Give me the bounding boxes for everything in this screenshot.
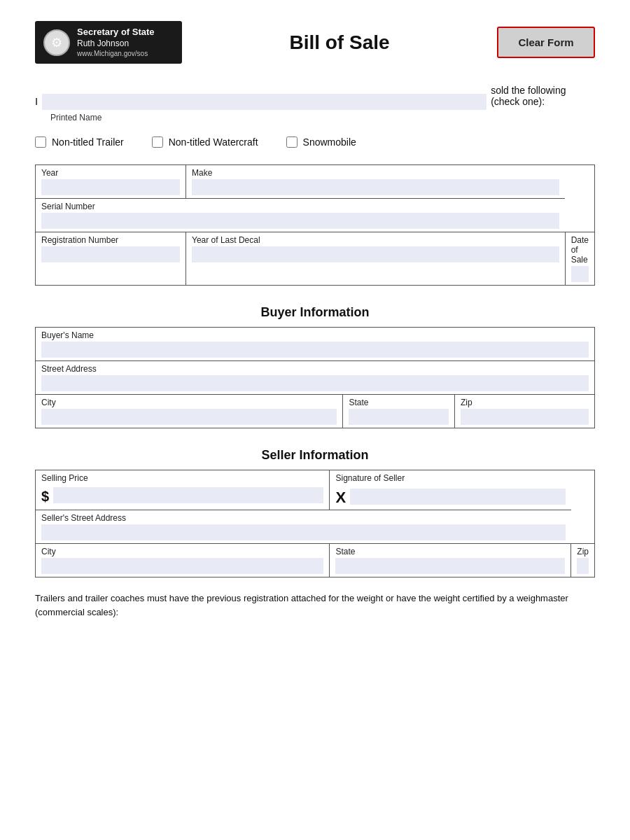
selling-price-cell: Selling Price $: [36, 470, 330, 510]
table-row: City State Zip: [36, 544, 594, 578]
table-row: Buyer's Name: [36, 328, 594, 361]
seller-table-wrapper: Selling Price $ Signature of Seller X Se…: [35, 470, 595, 578]
i-label: I: [35, 95, 38, 110]
logo-box: ⚙ Secretary of State Ruth Johnson www.Mi…: [35, 21, 182, 64]
checkbox-snowmobile-input[interactable]: [286, 136, 298, 148]
serial-number-cell: Serial Number: [36, 199, 565, 232]
seller-state-cell: State: [330, 544, 571, 578]
buyer-city-label: City: [41, 398, 337, 407]
seller-street-address-cell: Seller's Street Address: [36, 510, 571, 544]
website: www.Michigan.gov/sos: [77, 49, 155, 58]
selling-price-label: Selling Price: [41, 473, 323, 483]
table-row: Seller's Street Address: [36, 510, 594, 544]
checkbox-non-titled-watercraft-label: Non-titled Watercraft: [169, 136, 258, 148]
signature-of-seller-cell: Signature of Seller X: [330, 470, 571, 510]
buyer-state-cell: State: [343, 395, 455, 428]
year-label: Year: [41, 168, 180, 178]
table-row: Year Make: [36, 165, 594, 199]
buyer-state-input[interactable]: [349, 409, 449, 425]
seller-street-address-label: Seller's Street Address: [41, 513, 566, 523]
printed-name-label: Printed Name: [50, 113, 595, 122]
buyer-table-wrapper: Buyer's Name Street Address City State Z…: [35, 327, 595, 428]
logo-text: Secretary of State Ruth Johnson www.Mich…: [77, 27, 155, 58]
seller-zip-cell: Zip: [571, 544, 594, 578]
buyer-zip-label: Zip: [461, 398, 589, 407]
buyer-city-cell: City: [36, 395, 343, 428]
make-cell: Make: [186, 165, 566, 199]
year-last-decal-label: Year of Last Decal: [192, 235, 559, 245]
seller-table: Selling Price $ Signature of Seller X Se…: [36, 470, 594, 577]
checkbox-non-titled-trailer-input[interactable]: [35, 136, 46, 148]
buyer-table: Buyer's Name Street Address City State Z…: [36, 328, 594, 428]
buyer-name-cell: Buyer's Name: [36, 328, 594, 361]
signature-x-icon: X: [335, 486, 346, 507]
buyer-street-address-input[interactable]: [41, 375, 589, 391]
buyer-city-input[interactable]: [41, 409, 337, 425]
checkbox-non-titled-trailer[interactable]: Non-titled Trailer: [35, 136, 124, 148]
year-last-decal-input[interactable]: [192, 246, 559, 262]
seller-zip-input[interactable]: [577, 558, 589, 574]
checkbox-snowmobile[interactable]: Snowmobile: [286, 136, 356, 148]
table-row: Registration Number Year of Last Decal D…: [36, 232, 594, 286]
buyer-street-address-label: Street Address: [41, 364, 589, 374]
org-name: Secretary of State: [77, 27, 155, 38]
registration-number-label: Registration Number: [41, 235, 180, 245]
year-input[interactable]: [41, 179, 180, 195]
registration-number-input[interactable]: [41, 246, 180, 262]
page-title: Bill of Sale: [182, 31, 497, 54]
date-of-sale-cell: Date of Sale: [565, 232, 594, 286]
buyer-street-address-cell: Street Address: [36, 361, 594, 395]
seller-city-input[interactable]: [41, 558, 323, 574]
person-name: Ruth Johnson: [77, 38, 155, 50]
table-row: Selling Price $ Signature of Seller X: [36, 470, 594, 510]
seller-city-cell: City: [36, 544, 330, 578]
make-input[interactable]: [192, 179, 559, 195]
selling-price-input[interactable]: [53, 487, 323, 503]
signature-of-seller-label: Signature of Seller: [335, 473, 565, 483]
sold-text: sold the following (check one):: [491, 85, 595, 110]
dollar-sign-icon: $: [41, 486, 49, 505]
serial-number-input[interactable]: [41, 213, 559, 229]
checkbox-snowmobile-label: Snowmobile: [303, 136, 356, 148]
table-row: Street Address: [36, 361, 594, 395]
buyer-state-label: State: [349, 398, 449, 407]
seller-section-title: Seller Information: [35, 448, 595, 463]
buyer-zip-cell: Zip: [454, 395, 594, 428]
seller-state-input[interactable]: [335, 558, 565, 574]
year-last-decal-cell: Year of Last Decal: [186, 232, 566, 286]
seller-street-address-input[interactable]: [41, 524, 566, 540]
buyer-zip-input[interactable]: [461, 409, 589, 425]
clear-form-button[interactable]: Clear Form: [497, 27, 595, 58]
buyer-name-input[interactable]: [41, 342, 589, 358]
serial-number-label: Serial Number: [41, 202, 559, 211]
table-row: Serial Number: [36, 199, 594, 232]
printed-name-input[interactable]: [42, 94, 486, 110]
checkbox-non-titled-watercraft-input[interactable]: [152, 136, 163, 148]
buyer-name-label: Buyer's Name: [41, 330, 589, 340]
buyer-section-title: Buyer Information: [35, 305, 595, 320]
year-cell: Year: [36, 165, 186, 199]
page-header: ⚙ Secretary of State Ruth Johnson www.Mi…: [35, 21, 595, 64]
checkbox-non-titled-trailer-label: Non-titled Trailer: [52, 136, 124, 148]
registration-number-cell: Registration Number: [36, 232, 186, 286]
date-of-sale-label: Date of Sale: [571, 235, 589, 265]
seller-intro-line: I sold the following (check one):: [35, 85, 595, 110]
footer-note: Trailers and trailer coaches must have t…: [35, 592, 595, 619]
seller-zip-label: Zip: [577, 547, 589, 556]
seal-icon: ⚙: [43, 29, 70, 56]
date-of-sale-input[interactable]: [571, 266, 589, 282]
item-table: Year Make Serial Number Registration Num…: [36, 165, 594, 285]
checkbox-non-titled-watercraft[interactable]: Non-titled Watercraft: [152, 136, 258, 148]
seller-state-label: State: [335, 547, 565, 556]
signature-of-seller-input[interactable]: [350, 489, 566, 505]
table-row: City State Zip: [36, 395, 594, 428]
seller-city-label: City: [41, 547, 323, 556]
checkboxes-row: Non-titled Trailer Non-titled Watercraft…: [35, 136, 595, 148]
make-label: Make: [192, 168, 559, 178]
item-table-wrapper: Year Make Serial Number Registration Num…: [35, 164, 595, 286]
